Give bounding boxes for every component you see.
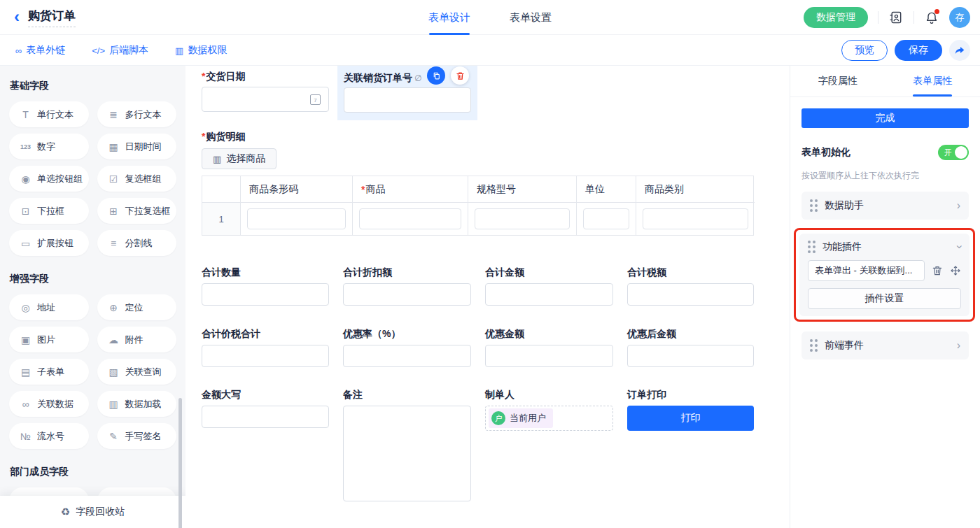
discount-amount-input[interactable] <box>485 345 613 367</box>
field-pill-multi-text[interactable]: ≣多行文本 <box>97 101 177 127</box>
field-pill-linked-query[interactable]: ▧关联查询 <box>97 359 177 385</box>
divider <box>913 11 914 24</box>
field-pill-geolocation[interactable]: ⊕定位 <box>97 294 177 320</box>
save-button[interactable]: 保存 <box>895 40 942 61</box>
contacts-icon[interactable] <box>888 10 904 25</box>
data-permission-link[interactable]: ▥ 数据权限 <box>175 44 227 57</box>
card-frontend-events[interactable]: 前端事件 › <box>802 331 969 359</box>
done-button[interactable]: 完成 <box>802 108 969 128</box>
drag-handle-icon[interactable] <box>810 339 818 352</box>
pill-label: 流水号 <box>37 430 64 443</box>
field-pill-subform[interactable]: ▤子表单 <box>9 359 89 385</box>
link-icon: ∞ <box>15 45 22 56</box>
sidebar-scrollbar[interactable] <box>178 398 182 528</box>
section-title-basic: 基础字段 <box>10 80 176 92</box>
field-pill-image[interactable]: ▣图片 <box>9 327 89 352</box>
unit-input[interactable] <box>583 208 629 229</box>
field-pill-divider[interactable]: ≡分割线 <box>97 230 177 256</box>
field-pill-dropdown[interactable]: ⊡下拉框 <box>9 198 89 224</box>
pill-label: 多行文本 <box>125 108 162 121</box>
total-tax-label: 合计税额 <box>627 266 666 279</box>
chevron-right-icon: › <box>957 200 960 211</box>
spec-input[interactable] <box>475 208 570 229</box>
card-data-assistant[interactable]: 数据助手 › <box>802 192 969 220</box>
discount-rate-input[interactable] <box>343 345 471 367</box>
field-pill-radio-group[interactable]: ◉单选按钮组 <box>9 166 89 192</box>
total-tax-input[interactable] <box>627 283 754 306</box>
field-pill-checkbox-group[interactable]: ☑复选框组 <box>97 166 177 192</box>
linked-order-input[interactable] <box>344 87 471 113</box>
amount-in-words-input[interactable] <box>202 406 329 428</box>
total-qty-label: 合计数量 <box>202 266 241 279</box>
duplicate-field-button[interactable] <box>427 66 445 85</box>
barcode-input[interactable] <box>247 208 346 229</box>
product-input[interactable] <box>359 208 461 229</box>
field-pill-serial-number[interactable]: №流水号 <box>9 423 89 449</box>
drag-handle-icon[interactable] <box>808 241 816 253</box>
creator-field[interactable]: 户 当前用户 <box>485 406 613 431</box>
discount-rate-label: 优惠率（%） <box>343 328 400 341</box>
share-button[interactable] <box>949 40 970 61</box>
field-pill-number[interactable]: 123数字 <box>9 134 89 159</box>
delete-plugin-button[interactable] <box>932 265 943 276</box>
pill-label: 单选按钮组 <box>37 173 83 185</box>
notification-bell-icon[interactable] <box>924 10 939 25</box>
field-pill-data-load[interactable]: ▥数据加载 <box>97 391 177 417</box>
preview-button[interactable]: 预览 <box>841 40 888 61</box>
category-input[interactable] <box>643 208 748 229</box>
total-with-tax-input[interactable] <box>202 345 329 367</box>
move-plugin-handle[interactable] <box>950 265 961 276</box>
pill-label: 附件 <box>125 334 144 346</box>
tab-form-properties[interactable]: 表单属性 <box>886 66 980 97</box>
drag-handle-icon[interactable] <box>810 199 818 212</box>
field-pill-linked-data[interactable]: ∞关联数据 <box>9 391 89 417</box>
col-product: *商品 <box>353 176 468 203</box>
total-discount-input[interactable] <box>343 283 471 306</box>
field-pill-attachment[interactable]: ☁附件 <box>97 327 177 352</box>
form-title[interactable]: 购货订单 <box>28 8 76 27</box>
chevron-down-icon: › <box>953 245 965 248</box>
select-product-button[interactable]: ▥ 选择商品 <box>202 148 276 169</box>
pill-label: 手写签名 <box>125 430 162 443</box>
field-pill-address[interactable]: ◎地址 <box>9 294 89 320</box>
data-manage-button[interactable]: 数据管理 <box>804 7 868 28</box>
backend-script-link[interactable]: </> 后端脚本 <box>92 44 148 57</box>
field-pill-extend-button[interactable]: ▭扩展按钮 <box>9 230 89 256</box>
table-header-row: 商品条形码 *商品 规格型号 单位 商品类别 <box>202 176 753 203</box>
avatar[interactable]: 存 <box>949 7 970 28</box>
field-pill-signature[interactable]: ✎手写签名 <box>97 423 177 449</box>
remark-label: 备注 <box>343 389 363 401</box>
top-bar-left: ‹ 购货订单 <box>14 0 76 35</box>
remark-textarea[interactable] <box>343 406 471 501</box>
col-barcode: 商品条形码 <box>241 176 353 203</box>
field-pill-dropdown-multi[interactable]: ⊞下拉复选框 <box>97 198 177 224</box>
tab-field-properties[interactable]: 字段属性 <box>790 66 886 97</box>
eye-off-icon: ∅ <box>414 73 421 83</box>
panel-tabs: 字段属性 表单属性 <box>790 66 980 97</box>
col-spec: 规格型号 <box>468 176 577 203</box>
plugin-settings-button[interactable]: 插件设置 <box>808 288 961 309</box>
col-category: 商品类别 <box>636 176 755 203</box>
back-icon[interactable]: ‹ <box>14 8 20 25</box>
linked-order-field-selected[interactable]: 关联销货订单号∅ <box>337 66 477 120</box>
plugin-select[interactable]: 表单弹出 - 关联数据到... <box>808 260 925 281</box>
form-init-toggle[interactable]: 开 <box>938 145 969 160</box>
total-amount-input[interactable] <box>485 283 613 306</box>
print-button[interactable]: 打印 <box>627 406 754 431</box>
divider-icon: ≡ <box>108 238 120 249</box>
tab-form-design[interactable]: 表单设计 <box>428 0 470 35</box>
pill-label: 数字 <box>37 141 55 153</box>
total-qty-input[interactable] <box>202 283 329 306</box>
linked-order-label: 关联销货订单号∅ <box>344 72 421 85</box>
plugin-card-header[interactable]: 功能插件 › <box>808 241 961 253</box>
field-pill-datetime[interactable]: ▦日期时间 <box>97 134 177 159</box>
tab-form-settings[interactable]: 表单设置 <box>510 0 552 35</box>
divider <box>878 11 878 24</box>
after-discount-input[interactable] <box>627 345 754 367</box>
field-recycle-bin[interactable]: ♻ 字段回收站 <box>0 496 186 528</box>
toolbar-links: ∞ 表单外链 </> 后端脚本 ▥ 数据权限 <box>15 35 227 66</box>
form-external-link[interactable]: ∞ 表单外链 <box>15 44 65 57</box>
delete-field-button[interactable] <box>451 66 469 85</box>
field-pill-single-text[interactable]: T单行文本 <box>9 101 89 127</box>
serial-number-icon: № <box>20 431 31 442</box>
